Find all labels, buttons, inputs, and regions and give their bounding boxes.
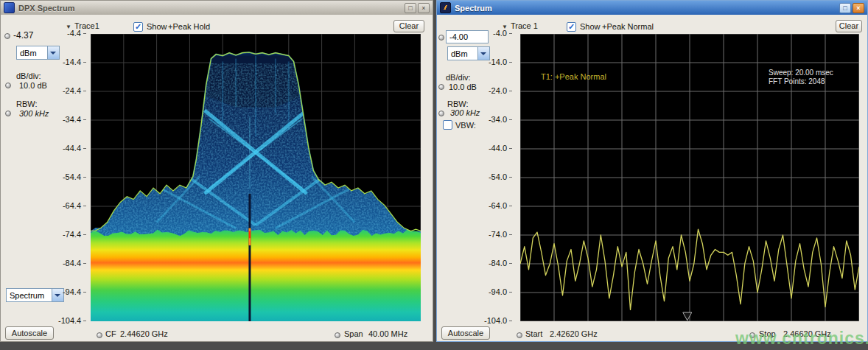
unit-value: dBm [451, 49, 468, 58]
trace-selector[interactable]: Trace 1 [511, 21, 538, 30]
y-axis-label: -104.0 [484, 316, 512, 325]
clear-button[interactable]: Clear [836, 20, 862, 32]
start-label: Start [525, 329, 542, 338]
fft-points-annotation: FFT Points: 2048 [769, 77, 825, 85]
y-axis-label: -104.4 [58, 316, 86, 325]
y-axis-label: -84.0 [484, 259, 512, 267]
restore-icon[interactable]: □ [839, 3, 851, 13]
y-axis-label: -34.0 [484, 115, 512, 124]
ref-level-value[interactable]: -4.37 [13, 30, 33, 41]
autoscale-button[interactable]: Autoscale [441, 326, 490, 340]
restore-icon[interactable]: □ [405, 3, 416, 13]
db-div-value[interactable]: 10.0 dB [449, 83, 477, 91]
dpx-window-title: DPX Spectrum [18, 4, 74, 13]
span-label: Span [344, 329, 363, 338]
ref-level-anchor-icon[interactable] [4, 33, 10, 39]
y-axis-label: -74.0 [484, 230, 512, 239]
rbw-value[interactable]: 300 kHz [450, 108, 480, 117]
spectrum-app-icon [440, 2, 451, 13]
y-axis-label: -24.0 [484, 86, 512, 95]
db-div-anchor-icon[interactable] [438, 84, 444, 90]
y-axis-label: -4.0 [484, 29, 512, 38]
cf-value[interactable]: 2.44620 GHz [120, 329, 168, 338]
spectrum-window: Spectrum □ × ▼ Trace 1 ✓ Show +Peak Norm… [436, 0, 868, 342]
y-axis-label: -94.0 [484, 287, 512, 296]
y-axis-label: -14.4 [58, 57, 86, 66]
y-axis-label: -14.0 [484, 57, 512, 66]
show-checkbox[interactable]: ✓ [567, 22, 576, 32]
close-icon[interactable]: × [418, 3, 430, 13]
y-axis-label: -54.4 [58, 172, 86, 181]
cf-anchor-icon[interactable] [97, 332, 102, 338]
y-axis-label: -74.4 [58, 230, 86, 239]
watermark: www.cntronics.com [735, 329, 868, 349]
cf-label: CF [105, 329, 116, 338]
vbw-label: VBW: [455, 121, 476, 130]
dpx-titlebar[interactable]: DPX Spectrum □ × [1, 1, 433, 15]
display-mode-dropdown[interactable]: Spectrum [6, 288, 64, 302]
rbw-value[interactable]: 300 kHz [19, 109, 49, 118]
close-icon[interactable]: × [853, 3, 864, 13]
detector-label: +Peak Hold [168, 22, 210, 31]
spectrum-titlebar[interactable]: Spectrum □ × [437, 1, 867, 15]
rbw-label: RBW: [16, 99, 38, 108]
start-value[interactable]: 2.42620 GHz [550, 329, 598, 338]
y-axis-label: -64.0 [484, 201, 512, 210]
y-axis-label: -54.0 [484, 172, 512, 181]
y-axis-label: -24.4 [58, 86, 86, 95]
spectrum-trace-display[interactable]: T1: +Peak NormalSweep: 20.00 msecFFT Poi… [520, 34, 859, 321]
db-div-label: dB/div: [446, 73, 471, 82]
db-div-value[interactable]: 10.0 dB [19, 81, 47, 90]
show-checkbox[interactable]: ✓ [133, 22, 143, 32]
display-mode-value: Spectrum [10, 291, 44, 300]
db-div-anchor-icon[interactable] [5, 83, 11, 88]
dpx-app-icon [4, 2, 15, 13]
y-axis-label: -94.4 [58, 287, 86, 296]
trace-info-annotation: T1: +Peak Normal [541, 72, 606, 81]
ref-level-anchor-icon[interactable] [438, 35, 444, 41]
span-anchor-icon[interactable] [335, 332, 340, 338]
y-axis-label: -34.4 [58, 115, 86, 124]
show-label: Show [580, 22, 601, 31]
show-label: Show [147, 22, 167, 31]
spectrum-window-title: Spectrum [455, 4, 492, 13]
start-anchor-icon[interactable] [517, 332, 522, 338]
y-axis-label: -64.4 [58, 201, 86, 210]
detector-label: +Peak Normal [602, 22, 654, 31]
y-axis-label: -84.4 [58, 259, 86, 267]
db-div-label: dB/div: [16, 71, 41, 80]
rbw-label: RBW: [447, 99, 469, 108]
rbw-anchor-icon[interactable] [438, 111, 444, 116]
clear-button[interactable]: Clear [393, 20, 424, 32]
y-axis-label: -44.0 [484, 144, 512, 153]
vbw-checkbox[interactable] [443, 120, 452, 130]
ref-level-input[interactable]: -4.00 [446, 30, 489, 43]
unit-dropdown[interactable]: dBm [16, 46, 60, 60]
dpx-bitmap-display[interactable] [91, 34, 421, 321]
y-axis-label: -44.4 [58, 144, 86, 153]
desktop: { "icons": { "chevron_down": "▼", "check… [0, 0, 868, 350]
rbw-anchor-icon[interactable] [5, 111, 11, 116]
span-value[interactable]: 40.00 MHz [368, 329, 407, 338]
autoscale-button[interactable]: Autoscale [5, 326, 54, 340]
y-axis-label: -4.4 [58, 29, 86, 38]
dropdown-arrow-icon[interactable] [47, 46, 59, 59]
unit-value: dBm [20, 49, 37, 57]
sweep-annotation: Sweep: 20.00 msec [769, 69, 833, 77]
dpx-spectrum-window: DPX Spectrum □ × ▼ Trace1 ✓ Show +Peak H… [0, 0, 433, 342]
